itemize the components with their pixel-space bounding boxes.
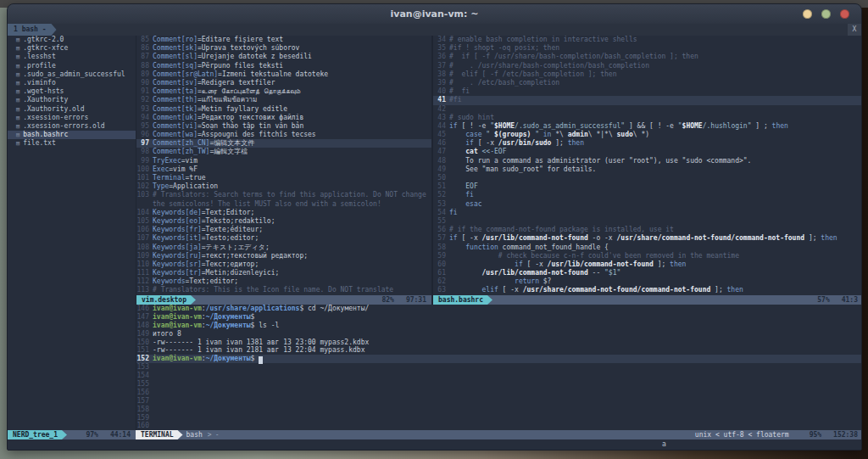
code-line: 34# enable bash completion in interactiv…	[433, 36, 861, 44]
statusline-vim-desktop: vim.desktop 82% 97:31	[136, 295, 431, 305]
buffer-name-badge: bash.bashrc	[433, 295, 492, 305]
line-number: 40	[433, 87, 446, 96]
line-number: 105	[136, 217, 149, 226]
line-number: 146	[136, 305, 149, 313]
nerdtree-item-bash.bashrc[interactable]: ▤bash.bashrc	[8, 131, 136, 139]
line-number: 59	[433, 252, 446, 260]
maximize-button[interactable]	[821, 9, 831, 19]
line-number: 86	[136, 44, 149, 53]
code-line: 93Comment[tk]=Metin fayllary editle	[136, 105, 431, 114]
nerdtree-item-.Xauthority[interactable]: ▤.Xauthority	[8, 96, 136, 104]
command-line[interactable]: a	[8, 439, 861, 450]
file-name: .gtkrc-2.0	[23, 36, 64, 43]
code-line: 89Comment[sr@Latn]=Izmeni tekstualne dat…	[136, 70, 431, 79]
cursor-position: 97:31	[406, 295, 426, 305]
code-line: 160	[136, 422, 861, 430]
line-number: 112	[136, 277, 149, 286]
statusline-bash-bashrc: bash.bashrc 57% 41:3	[433, 295, 861, 305]
minimize-button[interactable]	[803, 9, 812, 19]
line-number: 57	[433, 234, 446, 243]
percent-indicator: 97%	[86, 430, 97, 439]
code-line: 105Keywords[eo]=Teksto;redaktilo;	[136, 217, 431, 226]
code-line: 147ivan@ivan-vm:~/Документы$	[136, 313, 861, 322]
file-name: .xsession-errors.old	[23, 122, 104, 130]
code-line: 63 elif [ -x /usr/share/command-not-foun…	[433, 286, 861, 294]
vim-desktop-pane[interactable]: 85Comment[ro]=Editare fişiere text86Comm…	[136, 36, 431, 295]
code-line: 57if [ -x /usr/lib/command-not-found -o …	[433, 234, 861, 243]
code-line: 47 cat <<-EOF	[433, 148, 861, 156]
code-line: 153	[136, 363, 861, 372]
nerdtree-item-.gtkrc-2.0[interactable]: ▤.gtkrc-2.0	[8, 36, 136, 44]
code-line: 146ivan@ivan-vm:/usr/share/applications$…	[136, 305, 861, 313]
terminal-badge: TERMINAL	[136, 430, 183, 439]
code-line: 51 EOF	[433, 182, 861, 191]
file-icon: ▤	[16, 88, 19, 95]
code-line: 109Keywords[ru]=текст;текстовый редактор…	[136, 252, 431, 260]
code-line: 154	[136, 372, 861, 380]
tab-close-icon[interactable]: X	[848, 24, 861, 36]
nerdtree-item-.xsession-errors[interactable]: ▤.xsession-errors	[8, 114, 136, 122]
bash-bashrc-pane[interactable]: 34# enable bash completion in interactiv…	[433, 36, 861, 295]
line-number: 101	[136, 174, 149, 182]
shell-name: bash	[186, 430, 203, 439]
line-number: 53	[433, 200, 446, 209]
line-number: 152	[136, 355, 149, 363]
percent-indicator: 82%	[381, 295, 393, 305]
file-icon: ▤	[16, 80, 19, 87]
file-name: .profile	[23, 62, 56, 70]
code-line: 54fi	[433, 209, 861, 217]
nerdtree-item-.profile[interactable]: ▤.profile	[8, 62, 136, 70]
nerdtree-item-.xsession-errors.old[interactable]: ▤.xsession-errors.old	[8, 122, 136, 131]
nerdtree-item-.gtkrc-xfce[interactable]: ▤.gtkrc-xfce	[8, 44, 136, 53]
line-number: 108	[136, 243, 149, 252]
window-buttons	[803, 9, 849, 19]
code-line: 97Comment[zh_CN]=编辑文本文件	[136, 139, 431, 148]
nerdtree-badge: NERD_tree_1	[8, 430, 67, 439]
line-number: 35	[433, 44, 446, 53]
code-line: 36# if [ -f /usr/share/bash-completion/b…	[433, 53, 861, 61]
line-number: 103	[136, 191, 149, 199]
file-name: .viminfo	[23, 79, 56, 87]
nerdtree-item-.viminfo[interactable]: ▤.viminfo	[8, 79, 136, 87]
percent-indicator: 57%	[817, 295, 829, 305]
code-line: 94Comment[uk]=Редактор текстових файлів	[136, 114, 431, 122]
code-line: 60 if [ -x /usr/lib/command-not-found ];…	[433, 260, 861, 269]
line-number: 56	[433, 226, 446, 234]
code-line: 38# elif [ -f /etc/bash_completion ]; th…	[433, 70, 861, 79]
code-line: 86Comment[sk]=Uprava textových súborov	[136, 44, 431, 53]
code-line: 55	[433, 217, 861, 226]
line-number: 50	[433, 174, 446, 182]
code-line: 113# Translators: This is the Icon file …	[136, 286, 431, 294]
nerdtree-item-.Xauthority.old[interactable]: ▤.Xauthority.old	[8, 105, 136, 114]
nerdtree-item-.sudo_as_admin_successful[interactable]: ▤.sudo_as_admin_successful	[8, 70, 136, 79]
tab-bash[interactable]: 1 bash -	[8, 24, 57, 36]
code-line: 149итого 8	[136, 330, 861, 339]
code-line: 39# . /etc/bash_completion	[433, 79, 861, 87]
line-number: 102	[136, 182, 149, 191]
file-icon: ▤	[16, 106, 19, 113]
titlebar[interactable]: ivan@ivan-vm: ~	[8, 4, 861, 24]
code-line: 40# fi	[433, 87, 861, 96]
nerdtree-item-.lesshst[interactable]: ▤.lesshst	[8, 53, 136, 61]
terminal-buffer-pane[interactable]: 146ivan@ivan-vm:/usr/share/applications$…	[136, 305, 861, 430]
line-number: 49	[433, 165, 446, 174]
file-icon: ▤	[16, 63, 19, 70]
nerdtree-pane[interactable]: ▤.gtkrc-2.0▤.gtkrc-xfce▤.lesshst▤.profil…	[8, 36, 136, 430]
code-line: 159	[136, 414, 861, 423]
close-button[interactable]	[840, 9, 849, 19]
cursor-position: 152:38	[833, 430, 858, 439]
line-number: 157	[136, 397, 149, 406]
terminal-screen: 1 bash - X ▤.gtkrc-2.0▤.gtkrc-xfce▤.less…	[8, 24, 861, 450]
file-icon: ▤	[16, 115, 19, 121]
code-line: 88Comment[sq]=Përpuno files teksti	[136, 62, 431, 70]
nerdtree-item-file.txt[interactable]: ▤file.txt	[8, 139, 136, 148]
line-number: 48	[433, 157, 446, 165]
line-number: 85	[136, 36, 149, 44]
nerdtree-item-.wget-hsts[interactable]: ▤.wget-hsts	[8, 87, 136, 96]
file-name: .Xauthority.old	[23, 105, 84, 113]
file-format-encoding: unix < utf-8 < floaterm	[695, 430, 789, 439]
line-number: 150	[136, 339, 149, 347]
line-number: 90	[136, 79, 149, 87]
code-line: 103# Translators: Search terms to find t…	[136, 191, 431, 199]
code-line: 148ivan@ivan-vm:~/Документы$ ls -l	[136, 322, 861, 330]
